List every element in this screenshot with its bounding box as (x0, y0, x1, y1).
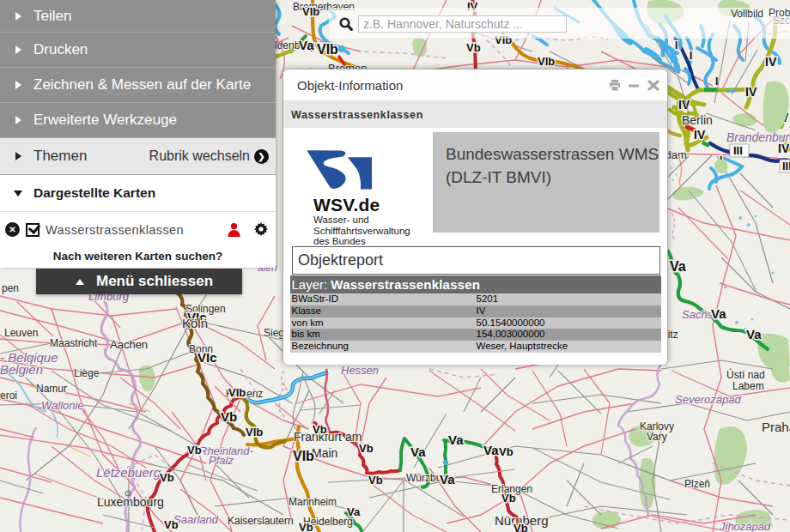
svg-text:Vb: Vb (299, 521, 313, 532)
svg-text:I: I (690, 50, 692, 62)
svg-text:VIb: VIb (302, 5, 319, 18)
svg-text:Vb: Vb (514, 522, 528, 532)
svg-text:Vb: Vb (187, 444, 202, 456)
svg-text:Pfalz: Pfalz (209, 454, 234, 467)
svg-text:Liège: Liège (74, 367, 100, 379)
svg-text:Berlin: Berlin (682, 113, 713, 127)
svg-text:Va: Va (483, 443, 499, 457)
svg-text:Va: Va (670, 259, 686, 274)
svg-text:Va: Va (410, 444, 426, 459)
svg-text:VIb: VIb (538, 55, 555, 68)
svg-text:Vb: Vb (466, 41, 481, 54)
svg-text:eroi: eroi (0, 390, 17, 402)
svg-text:Leuven: Leuven (4, 327, 38, 339)
svg-text:Vb: Vb (501, 492, 516, 505)
svg-text:Sieg: Sieg (264, 327, 284, 339)
svg-text:Jihozápad: Jihozápad (719, 520, 771, 532)
svg-text:IV: IV (694, 128, 706, 142)
svg-text:VIb: VIb (228, 386, 246, 399)
svg-text:Va: Va (746, 327, 762, 342)
svg-text:Luxembourg: Luxembourg (97, 495, 164, 509)
svg-text:Brandenburg: Brandenburg (726, 130, 790, 144)
svg-text:VIc: VIc (198, 350, 217, 365)
svg-text:Lëtzebuerg: Lëtzebuerg (96, 465, 161, 480)
svg-text:VIb: VIb (317, 42, 338, 57)
svg-text:I: I (675, 39, 678, 51)
svg-text:Maastricht: Maastricht (50, 337, 98, 349)
svg-text:Vb: Vb (164, 518, 179, 531)
svg-text:pen: pen (2, 282, 19, 294)
svg-text:Frankfurt am: Frankfurt am (294, 430, 362, 444)
svg-text:Hessen: Hessen (341, 364, 379, 377)
svg-text:Va: Va (711, 306, 726, 321)
svg-text:Aachen: Aachen (110, 338, 148, 351)
svg-text:Namur: Namur (36, 383, 67, 395)
svg-text:III: III (782, 160, 790, 172)
svg-text:Labem: Labem (732, 380, 764, 392)
svg-text:IV: IV (745, 85, 757, 99)
svg-text:Va: Va (299, 38, 314, 52)
svg-text:Vb: Vb (160, 471, 174, 484)
svg-text:Vb: Vb (359, 442, 374, 455)
svg-text:Va: Va (440, 472, 455, 487)
svg-text:Ústí nad: Ústí nad (726, 368, 765, 381)
svg-text:Severozápad: Severozápad (675, 393, 741, 406)
svg-text:Mannheim: Mannheim (289, 496, 337, 508)
svg-text:Belgien: Belgien (0, 362, 43, 377)
svg-text:IV: IV (678, 98, 690, 112)
svg-text:Vb: Vb (221, 409, 237, 424)
svg-text:Saarland: Saarland (173, 513, 219, 526)
svg-text:Main: Main (312, 446, 337, 460)
svg-text:Wallonie: Wallonie (41, 399, 84, 412)
svg-text:VIb: VIb (246, 426, 263, 438)
svg-text:III: III (733, 144, 743, 157)
svg-text:Vb: Vb (368, 474, 383, 487)
svg-text:Köln: Köln (182, 316, 208, 330)
svg-text:Kaiserslautern: Kaiserslautern (228, 515, 294, 527)
svg-text:Va: Va (347, 505, 361, 518)
svg-text:VIb: VIb (293, 449, 314, 463)
svg-text:Praha: Praha (762, 420, 790, 434)
svg-text:Vb: Vb (499, 445, 514, 458)
svg-text:Plzeň: Plzeň (684, 478, 710, 490)
svg-text:Vary: Vary (647, 431, 667, 443)
svg-text:Vb: Vb (313, 423, 327, 436)
svg-text:IV: IV (765, 55, 777, 69)
svg-text:Va: Va (448, 432, 464, 447)
